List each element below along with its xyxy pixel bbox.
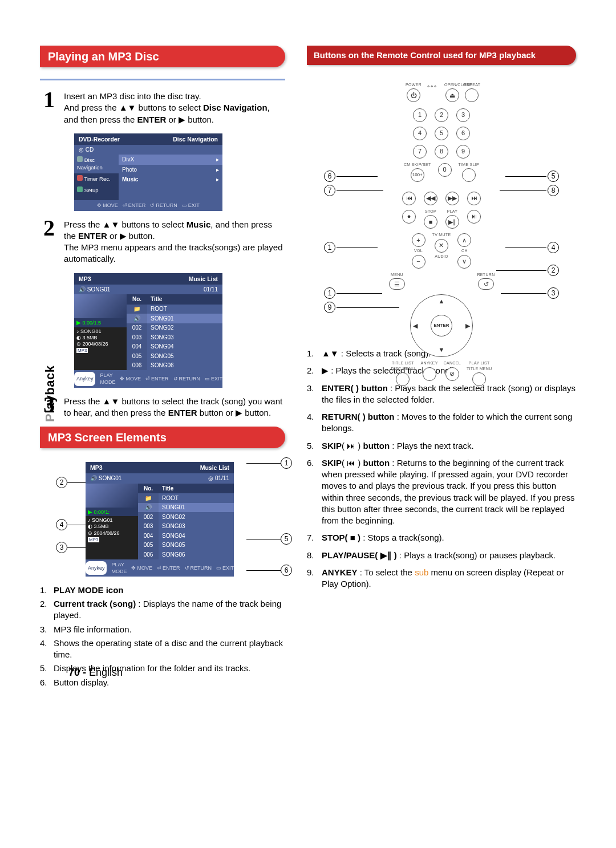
titlelist-button[interactable] [396, 372, 410, 386]
skip-next-button[interactable]: ⏭ [467, 192, 481, 205]
divider [40, 79, 285, 80]
ffwd-button[interactable]: ▶▶ [445, 192, 459, 205]
digit-2[interactable]: 2 [435, 108, 448, 122]
vol-down-button[interactable]: − [412, 255, 425, 269]
arrow-up-icon[interactable]: ▲ [439, 297, 445, 306]
digit-6[interactable]: 6 [456, 127, 470, 140]
step-1: 1 Insert an MP3 disc into the disc tray.… [40, 88, 285, 125]
arrow-right-icon[interactable]: ▶ [465, 322, 470, 330]
osd-screen-elements-diagram: 1 2 4 3 5 6 MP3Music List 🔊 SONG01◎ 01/1… [63, 462, 285, 577]
heading-playing-mp3: Playing an MP3 Disc [40, 46, 285, 67]
digit-1[interactable]: 1 [413, 108, 427, 122]
eject-button[interactable]: ⏏ [445, 88, 459, 102]
osd-disc-navigation: DVD-RecorderDisc Navigation ◎ CD Disc Na… [74, 133, 222, 211]
digit-3[interactable]: 3 [456, 108, 470, 122]
power-button[interactable]: ⏻ [407, 88, 420, 102]
cancel-button[interactable]: ⊘ [445, 367, 459, 381]
osd-music-list: MP3Music List 🔊 SONG0101/11 0:00/1:5 ♪ S… [74, 273, 222, 388]
digit-5[interactable]: 5 [435, 127, 448, 140]
step-button[interactable]: ⏯ [467, 210, 481, 224]
digit-7[interactable]: 7 [413, 145, 427, 159]
record-button[interactable]: ● [402, 210, 416, 224]
stop-button[interactable]: ■ [424, 215, 437, 229]
arrow-down-icon[interactable]: ▼ [439, 346, 445, 354]
timeslip-button[interactable] [462, 168, 476, 182]
repeat-button[interactable] [465, 88, 479, 102]
arrow-left-icon[interactable]: ◀ [413, 322, 418, 330]
step-3: 3 Press the ▲▼ buttons to select the tra… [40, 393, 285, 419]
return-button[interactable]: ↺ [478, 278, 494, 290]
heading-screen-elements: MP3 Screen Elements [40, 427, 285, 448]
skip-prev-button[interactable]: ⏮ [402, 192, 416, 205]
remote-diagram: 6 7 1 1 9 5 8 4 2 3 [307, 82, 576, 333]
heading-remote-buttons: Buttons on the Remote Control used for M… [307, 46, 576, 65]
ch-down-button[interactable]: ∨ [457, 255, 471, 269]
digit-0[interactable]: 0 [438, 163, 452, 177]
digit-8[interactable]: 8 [435, 145, 448, 159]
digit-4[interactable]: 4 [413, 127, 427, 140]
vol-up-button[interactable]: + [412, 233, 425, 247]
page-footer: 70 - English [68, 666, 123, 679]
step-2: 2 Press the ▲▼ buttons to select Music, … [40, 217, 285, 265]
mute-button[interactable]: ✕ [435, 239, 448, 253]
side-tab-playback: Playback [42, 366, 59, 422]
ch-up-button[interactable]: ∧ [457, 233, 471, 247]
playlist-button[interactable] [472, 372, 486, 386]
nav-ring[interactable]: ▲ ▼ ◀ ▶ ENTER [410, 294, 473, 357]
enter-button[interactable]: ENTER [431, 315, 453, 337]
hundred-button[interactable]: 100+ [411, 168, 424, 182]
anykey-button[interactable] [423, 367, 436, 381]
play-pause-button[interactable]: ▶∥ [445, 215, 459, 229]
menu-button[interactable]: ☰ [389, 278, 405, 290]
rewind-button[interactable]: ◀◀ [424, 192, 437, 205]
digit-9[interactable]: 9 [456, 145, 470, 159]
